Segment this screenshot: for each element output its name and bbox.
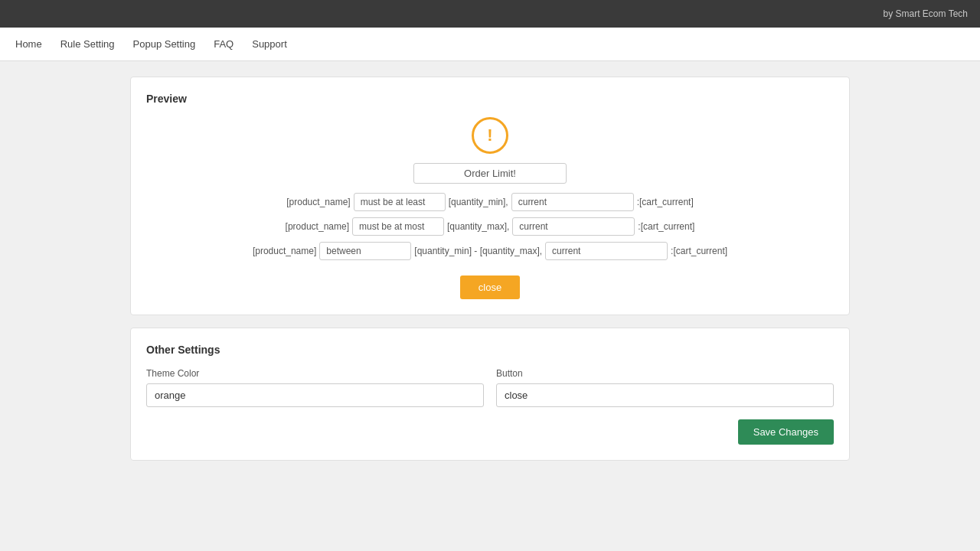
tag-quantity-min-1: [quantity_min], [449, 197, 508, 207]
tag-cart-current-3: :[cart_current] [671, 246, 727, 256]
order-limit-input[interactable] [413, 163, 567, 184]
middle-text-2[interactable] [352, 217, 444, 236]
middle-text-1[interactable] [354, 193, 446, 211]
middle-text-3[interactable] [319, 242, 411, 260]
current-value-2[interactable] [512, 217, 635, 236]
tag-quantity-range-3: [quantity_min] - [quantity_max], [414, 246, 542, 256]
tag-cart-current-1: :[cart_current] [637, 197, 694, 207]
current-value-3[interactable] [545, 242, 668, 260]
theme-color-label: Theme Color [146, 368, 484, 379]
message-row-2: [product_name] [quantity_max], :[cart_cu… [286, 217, 695, 236]
message-row-1: [product_name] [quantity_min], :[cart_cu… [286, 193, 693, 211]
alert-icon: ! [472, 117, 508, 154]
tag-cart-current-2: :[cart_current] [638, 221, 694, 232]
preview-card: Preview ! [product_name] [quantity_min],… [130, 77, 850, 315]
current-value-1[interactable] [511, 193, 634, 211]
nav-home[interactable]: Home [15, 35, 42, 53]
tag-quantity-max-2: [quantity_max], [447, 221, 509, 232]
other-settings-title: Other Settings [146, 344, 834, 356]
theme-color-input[interactable] [146, 383, 484, 407]
tag-product-name-3: [product_name] [253, 246, 316, 256]
nav-rule-setting[interactable]: Rule Setting [60, 35, 115, 53]
credit-text: by Smart Ecom Tech [884, 8, 968, 19]
navigation: Home Rule Setting Popup Setting FAQ Supp… [0, 28, 980, 61]
nav-popup-setting[interactable]: Popup Setting [133, 35, 196, 53]
message-row-3: [product_name] [quantity_min] - [quantit… [253, 242, 727, 260]
top-bar: by Smart Ecom Tech [0, 0, 980, 28]
button-field: Button [496, 368, 834, 407]
button-label: Button [496, 368, 834, 379]
nav-faq[interactable]: FAQ [214, 35, 234, 53]
tag-product-name-1: [product_name] [286, 197, 350, 207]
nav-support[interactable]: Support [252, 35, 287, 53]
close-button[interactable]: close [460, 276, 520, 299]
preview-title: Preview [146, 93, 834, 105]
theme-color-field: Theme Color [146, 368, 484, 407]
tag-product-name-2: [product_name] [286, 221, 349, 232]
save-changes-button[interactable]: Save Changes [738, 419, 834, 445]
other-settings-card: Other Settings Theme Color Button Save C… [130, 328, 850, 461]
button-input[interactable] [496, 383, 834, 407]
